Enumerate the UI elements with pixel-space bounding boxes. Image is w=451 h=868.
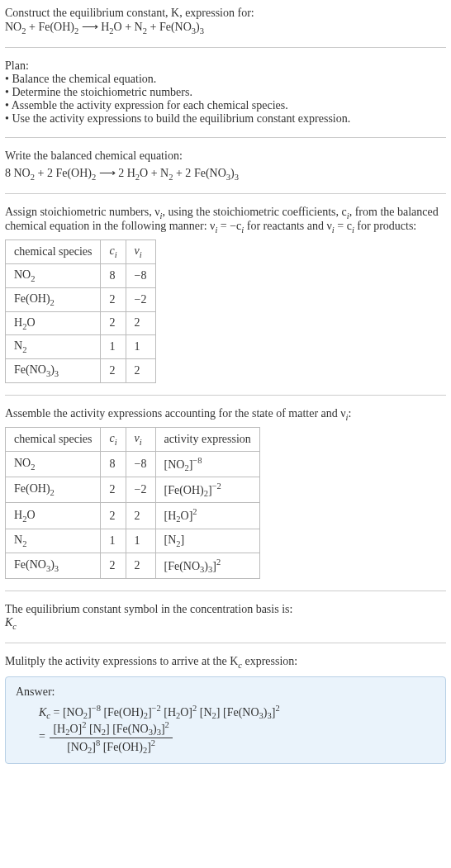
cell-species: NO2 (6, 451, 101, 477)
symbol-intro: The equilibrium constant symbol in the c… (5, 603, 446, 616)
cell-ci: 2 (101, 503, 126, 529)
cell-vi: 1 (126, 335, 155, 359)
fraction-denominator: [NO2]8 [Fe(OH)2]2 (50, 738, 172, 755)
table-row: N211[N2] (6, 529, 260, 553)
activity-section: Assemble the activity expressions accoun… (5, 407, 446, 579)
cell-activity: [Fe(NO3)3]2 (155, 553, 259, 578)
table-row: N211 (6, 335, 156, 359)
plan-bullet: • Use the activity expressions to build … (5, 112, 446, 126)
cell-ci: 2 (101, 311, 126, 335)
balanced-section: Write the balanced chemical equation: 8 … (5, 149, 446, 182)
table-header-row: chemical species ci νi (6, 240, 156, 264)
balanced-equation: 8 NO2 + 2 Fe(OH)2 ⟶ 2 H2O + N2 + 2 Fe(NO… (5, 166, 446, 182)
stoich-intro: Assign stoichiometric numbers, νi, using… (5, 206, 446, 235)
divider (5, 643, 446, 643)
plan-bullet: • Assemble the activity expression for e… (5, 99, 446, 112)
cell-species: NO2 (6, 263, 101, 287)
cell-species: H2O (6, 311, 101, 335)
col-species: chemical species (6, 427, 101, 451)
cell-species: Fe(NO3)3 (6, 553, 101, 578)
table-row: H2O22 (6, 311, 156, 335)
stoich-table: chemical species ci νi NO28−8Fe(OH)22−2H… (5, 240, 156, 383)
cell-ci: 2 (101, 287, 126, 311)
col-ci: ci (101, 427, 126, 451)
cell-vi: −2 (126, 477, 155, 503)
cell-activity: [H2O]2 (155, 503, 259, 529)
cell-vi: 2 (126, 359, 155, 383)
cell-species: N2 (6, 529, 101, 553)
cell-vi: 2 (126, 553, 155, 578)
divider (5, 395, 446, 396)
answer-box: Answer: Kc = [NO2]−8 [Fe(OH)2]−2 [H2O]2 … (5, 676, 446, 764)
cell-activity: [NO2]−8 (155, 451, 259, 477)
prompt-line1: Construct the equilibrium constant, K, e… (5, 7, 254, 19)
cell-vi: −8 (126, 451, 155, 477)
table-header-row: chemical species ci νi activity expressi… (6, 427, 260, 451)
table-row: NO28−8[NO2]−8 (6, 451, 260, 477)
cell-ci: 2 (101, 553, 126, 578)
plan-bullet: • Balance the chemical equation. (5, 73, 446, 86)
cell-activity: [Fe(OH)2]−2 (155, 477, 259, 503)
cell-ci: 2 (101, 359, 126, 383)
balanced-heading: Write the balanced chemical equation: (5, 149, 446, 163)
cell-ci: 1 (101, 335, 126, 359)
answer-label: Answer: (16, 685, 435, 699)
cell-vi: 1 (126, 529, 155, 553)
prompt: Construct the equilibrium constant, K, e… (5, 7, 446, 36)
cell-species: H2O (6, 503, 101, 529)
answer-fraction: [H2O]2 [N2] [Fe(NO3)3]2 [NO2]8 [Fe(OH)2]… (50, 720, 172, 755)
plan-heading: Plan: (5, 59, 446, 73)
table-row: Fe(NO3)322 (6, 359, 156, 383)
cell-ci: 8 (101, 263, 126, 287)
col-vi: νi (126, 427, 155, 451)
cell-ci: 1 (101, 529, 126, 553)
col-activity: activity expression (155, 427, 259, 451)
cell-activity: [N2] (155, 529, 259, 553)
plan-section: Plan: • Balance the chemical equation. •… (5, 59, 446, 126)
stoich-section: Assign stoichiometric numbers, νi, using… (5, 206, 446, 383)
table-row: Fe(OH)22−2[Fe(OH)2]−2 (6, 477, 260, 503)
activity-intro: Assemble the activity expressions accoun… (5, 407, 446, 422)
activity-table: chemical species ci νi activity expressi… (5, 427, 260, 579)
cell-species: Fe(OH)2 (6, 287, 101, 311)
unbalanced-equation: NO2 + Fe(OH)2 ⟶ H2O + N2 + Fe(NO3)3 (5, 21, 204, 33)
divider (5, 591, 446, 591)
cell-species: Fe(OH)2 (6, 477, 101, 503)
cell-vi: −8 (126, 263, 155, 287)
cell-vi: 2 (126, 503, 155, 529)
multiply-intro: Mulitply the activity expressions to arr… (5, 655, 446, 670)
col-vi: νi (126, 240, 155, 264)
cell-vi: −2 (126, 287, 155, 311)
fraction-numerator: [H2O]2 [N2] [Fe(NO3)3]2 (50, 720, 172, 738)
cell-ci: 2 (101, 477, 126, 503)
symbol-kc: Kc (5, 616, 446, 631)
divider (5, 137, 446, 138)
cell-species: Fe(NO3)3 (6, 359, 101, 383)
cell-ci: 8 (101, 451, 126, 477)
answer-expression: Kc = [NO2]−8 [Fe(OH)2]−2 [H2O]2 [N2] [Fe… (16, 704, 435, 755)
symbol-section: The equilibrium constant symbol in the c… (5, 603, 446, 631)
col-species: chemical species (6, 240, 101, 264)
cell-vi: 2 (126, 311, 155, 335)
table-row: Fe(NO3)322[Fe(NO3)3]2 (6, 553, 260, 578)
table-row: Fe(OH)22−2 (6, 287, 156, 311)
col-ci: ci (101, 240, 126, 264)
divider (5, 193, 446, 194)
plan-bullet: • Determine the stoichiometric numbers. (5, 86, 446, 99)
cell-species: N2 (6, 335, 101, 359)
divider (5, 47, 446, 48)
table-row: H2O22[H2O]2 (6, 503, 260, 529)
table-row: NO28−8 (6, 263, 156, 287)
